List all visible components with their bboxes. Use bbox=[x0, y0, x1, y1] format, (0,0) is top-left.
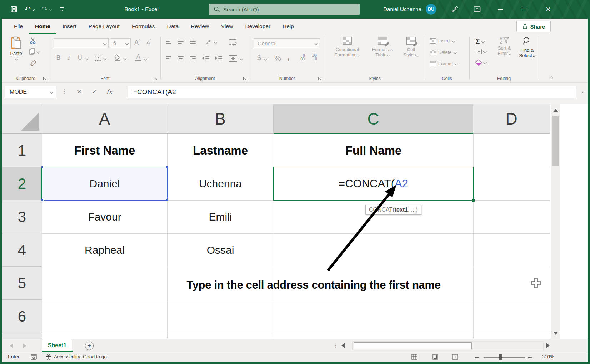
ribbon-display-options-button[interactable] bbox=[470, 4, 484, 15]
select-all-button[interactable] bbox=[2, 104, 42, 134]
clear-button[interactable] bbox=[476, 60, 486, 65]
wrap-text-button[interactable] bbox=[229, 38, 237, 47]
align-left-button[interactable] bbox=[166, 56, 171, 60]
page-break-view-button[interactable] bbox=[452, 354, 458, 361]
percent-style-button[interactable]: % bbox=[274, 54, 281, 62]
cell-a3[interactable]: Favour bbox=[42, 200, 167, 233]
format-as-table-button[interactable]: Format as Table bbox=[367, 37, 398, 57]
tab-file[interactable]: File bbox=[8, 19, 29, 34]
next-sheet-button[interactable] bbox=[23, 343, 26, 350]
page-layout-view-button[interactable] bbox=[432, 354, 438, 361]
decrease-decimal-button[interactable]: .00→0 bbox=[311, 54, 317, 61]
expand-formula-bar-icon[interactable] bbox=[580, 90, 584, 94]
cut-button[interactable] bbox=[30, 37, 36, 45]
top-align-button[interactable] bbox=[166, 40, 171, 44]
name-box[interactable]: MODE bbox=[5, 86, 56, 98]
accounting-format-button[interactable]: $ bbox=[257, 54, 261, 62]
sort-filter-button[interactable]: AZ Sort & Filter bbox=[494, 37, 515, 56]
zoom-slider-track[interactable] bbox=[484, 357, 525, 358]
horizontal-scrollbar[interactable] bbox=[352, 341, 544, 350]
enter-formula-button[interactable]: ✓ bbox=[87, 86, 101, 98]
cell-a4[interactable]: Rapheal bbox=[42, 233, 167, 267]
row-header-7-partial[interactable] bbox=[2, 333, 42, 339]
search-box[interactable]: Search (Alt+Q) bbox=[209, 4, 360, 15]
macro-record-button[interactable] bbox=[31, 354, 37, 361]
middle-align-button[interactable] bbox=[178, 40, 184, 44]
undo-button[interactable]: ↶ bbox=[21, 4, 37, 15]
comma-style-button[interactable]: , bbox=[287, 51, 290, 62]
cell-b3[interactable]: Emili bbox=[167, 200, 274, 233]
cell-c1[interactable]: Full Name bbox=[274, 134, 473, 167]
accessibility-status[interactable]: Accessibility: Good to go bbox=[54, 354, 107, 359]
column-header-b[interactable]: B bbox=[167, 104, 274, 134]
scroll-up-button[interactable] bbox=[553, 107, 558, 113]
accessibility-button[interactable] bbox=[46, 354, 51, 361]
sheet-tab-sheet1[interactable]: Sheet1 bbox=[42, 339, 72, 352]
cancel-formula-button[interactable]: × bbox=[72, 86, 86, 98]
increase-indent-button[interactable] bbox=[215, 56, 222, 60]
decrease-indent-button[interactable] bbox=[202, 56, 209, 60]
save-button[interactable] bbox=[8, 4, 20, 15]
cell-a1[interactable]: First Name bbox=[42, 134, 167, 167]
zoom-out-button[interactable] bbox=[475, 357, 479, 358]
italic-button[interactable]: I bbox=[68, 55, 70, 61]
conditional-formatting-button[interactable]: Conditional Formatting bbox=[329, 37, 365, 57]
font-size-combo[interactable]: 6 bbox=[110, 38, 131, 48]
collapse-ribbon-button[interactable] bbox=[550, 76, 553, 80]
row-header-3[interactable]: 3 bbox=[2, 200, 42, 233]
column-header-a[interactable]: A bbox=[42, 104, 167, 134]
underline-dropdown-icon[interactable] bbox=[85, 57, 89, 61]
font-dialog-launcher[interactable] bbox=[154, 76, 158, 80]
scroll-down-button[interactable] bbox=[553, 330, 558, 336]
formula-bar-grip[interactable]: ⋮ bbox=[61, 87, 68, 95]
bold-button[interactable]: B bbox=[56, 55, 61, 61]
new-sheet-button[interactable]: + bbox=[85, 342, 94, 350]
column-header-c[interactable]: C bbox=[274, 104, 473, 134]
cell-b4[interactable]: Ossai bbox=[167, 233, 274, 267]
find-select-button[interactable]: Find & Select bbox=[516, 37, 538, 58]
accounting-dropdown-icon[interactable] bbox=[264, 57, 268, 61]
alignment-dialog-launcher[interactable] bbox=[243, 76, 247, 80]
number-format-combo[interactable]: General bbox=[254, 38, 320, 48]
font-color-button[interactable]: A bbox=[135, 54, 141, 61]
zoom-level[interactable]: 310% bbox=[536, 354, 554, 359]
column-header-d[interactable]: D bbox=[473, 104, 550, 134]
tab-view[interactable]: View bbox=[215, 19, 239, 34]
avatar[interactable]: DU bbox=[426, 4, 436, 15]
fill-button[interactable] bbox=[476, 49, 486, 54]
grow-font-button[interactable]: A^ bbox=[134, 39, 140, 46]
redo-button[interactable]: ↷ bbox=[39, 4, 54, 15]
row-header-5[interactable]: 5 bbox=[2, 267, 42, 300]
borders-dropdown-icon[interactable] bbox=[103, 57, 107, 61]
row-header-4[interactable]: 4 bbox=[2, 233, 42, 267]
close-button[interactable]: × bbox=[537, 0, 559, 19]
tab-scroll-splitter[interactable]: ⋮ bbox=[333, 343, 338, 349]
cell-styles-button[interactable]: Cell Styles bbox=[399, 37, 423, 57]
autosum-button[interactable]: Σ bbox=[476, 37, 484, 45]
cell-b2[interactable]: Uchenna bbox=[167, 167, 274, 200]
zoom-slider-thumb[interactable] bbox=[499, 354, 502, 360]
tab-help[interactable]: Help bbox=[276, 19, 300, 34]
fill-color-dropdown-icon[interactable] bbox=[123, 57, 127, 61]
vertical-scroll-thumb[interactable] bbox=[552, 116, 559, 166]
bottom-align-button[interactable] bbox=[190, 40, 196, 44]
merge-center-button[interactable] bbox=[229, 55, 237, 62]
orientation-button[interactable] bbox=[204, 38, 212, 47]
row-header-2[interactable]: 2 bbox=[2, 167, 42, 200]
tab-data[interactable]: Data bbox=[161, 19, 185, 34]
clipboard-dialog-launcher[interactable] bbox=[43, 76, 47, 80]
align-center-button[interactable] bbox=[178, 56, 184, 60]
delete-cells-button[interactable]: Delete bbox=[430, 50, 456, 55]
copy-button[interactable] bbox=[29, 48, 40, 55]
format-cells-button[interactable]: Format bbox=[430, 61, 458, 66]
format-painter-button[interactable] bbox=[30, 60, 37, 67]
merge-center-dropdown-icon[interactable] bbox=[240, 57, 243, 61]
hscroll-left-button[interactable] bbox=[341, 343, 345, 349]
maximize-button[interactable] bbox=[514, 0, 534, 19]
customize-quick-access-button[interactable] bbox=[56, 4, 67, 15]
font-color-dropdown-icon[interactable] bbox=[144, 57, 148, 61]
orientation-dropdown-icon[interactable] bbox=[214, 41, 218, 44]
insert-cells-button[interactable]: Insert bbox=[430, 38, 455, 44]
fill-handle[interactable] bbox=[472, 199, 475, 202]
user-name[interactable]: Daniel Uchenna bbox=[369, 0, 421, 19]
